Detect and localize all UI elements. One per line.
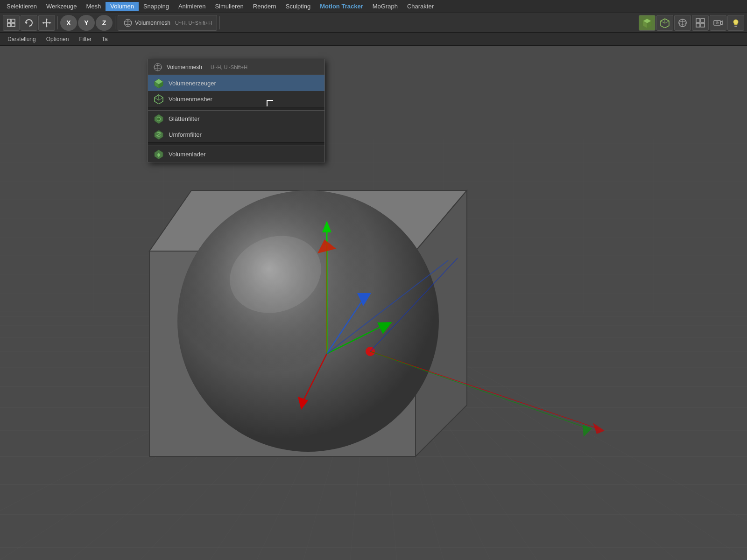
menu-item-motion-tracker[interactable]: Motion Tracker <box>315 2 367 11</box>
scene-svg <box>0 46 747 560</box>
menu-item-volumen[interactable]: Volumen <box>106 2 139 11</box>
svg-point-119 <box>157 117 161 121</box>
svg-marker-8 <box>46 26 48 28</box>
menubar: Selektieren Werkzeuge Mesh Volumen Snapp… <box>0 0 747 13</box>
tool-btn-refresh[interactable] <box>21 15 37 31</box>
dropdown-item-glaettenfilter[interactable]: Glättenfilter <box>148 111 324 126</box>
dropdown-item-volumenlader[interactable]: Volumenlader <box>148 146 324 162</box>
svg-rect-0 <box>7 19 11 22</box>
menu-item-mograph[interactable]: MoGraph <box>368 2 402 11</box>
tool-btn-light[interactable] <box>727 15 744 31</box>
tool-btn-y[interactable]: Y <box>78 15 95 31</box>
dropdown-item-label-volumenerzeuger: Volumenerzeuger <box>169 80 216 87</box>
svg-rect-34 <box>734 26 737 27</box>
svg-rect-28 <box>701 23 705 27</box>
tool-btn-z[interactable]: Z <box>96 15 113 31</box>
vol-mesh-label: Volumenmesh <box>135 20 170 26</box>
dropdown-item-label-glaettenfilter: Glättenfilter <box>169 115 199 122</box>
dropdown-item-volumenmesher[interactable]: Volumenmesher <box>148 91 324 107</box>
dropdown-item-umformfilter[interactable]: Umformfilter <box>148 126 324 142</box>
tool-btn-grid[interactable] <box>3 15 20 31</box>
dropdown-item-label-volumenmesher: Volumenmesher <box>169 96 212 103</box>
svg-line-117 <box>159 98 163 100</box>
menu-item-simulieren[interactable]: Simulieren <box>210 2 248 11</box>
svg-line-21 <box>665 21 669 23</box>
svg-marker-9 <box>42 22 44 24</box>
mode-filter[interactable]: Filter <box>74 35 96 43</box>
dropdown-header-label: Volumenmesh <box>167 64 202 70</box>
mode-optionen[interactable]: Optionen <box>42 35 74 43</box>
viewport: Volumenmesh U~H, U~Shift+H Volumenerzeug… <box>0 46 747 560</box>
menu-item-selektieren[interactable]: Selektieren <box>2 2 42 11</box>
modebar: Darstellung Optionen Filter Ta <box>0 33 747 46</box>
menu-item-mesh[interactable]: Mesh <box>82 2 106 11</box>
svg-marker-10 <box>49 22 51 24</box>
menu-item-werkzeuge[interactable]: Werkzeuge <box>42 2 82 11</box>
svg-line-20 <box>661 21 665 23</box>
tool-btn-grid-layout[interactable] <box>692 15 709 31</box>
svg-rect-25 <box>696 19 700 22</box>
dropdown-header-shortcut: U~H, U~Shift+H <box>211 64 247 70</box>
dropdown-separator-2 <box>148 142 324 146</box>
toolbar-separator-2 <box>115 16 115 29</box>
svg-point-88 <box>177 190 439 452</box>
svg-marker-30 <box>720 21 722 25</box>
menu-item-snapping[interactable]: Snapping <box>139 2 174 11</box>
menu-item-charakter[interactable]: Charakter <box>402 2 438 11</box>
mode-ta[interactable]: Ta <box>97 35 113 43</box>
toolbar: X Y Z Volumenmesh U~H, U~Shift+H <box>0 13 747 33</box>
tool-btn-cube-solid[interactable] <box>639 15 655 31</box>
tool-btn-x[interactable]: X <box>60 15 77 31</box>
vol-mesh-button[interactable]: Volumenmesh U~H, U~Shift+H <box>118 15 217 31</box>
svg-marker-4 <box>26 21 28 24</box>
menu-item-rendern[interactable]: Rendern <box>248 2 281 11</box>
svg-rect-1 <box>12 19 15 22</box>
svg-marker-7 <box>46 18 48 20</box>
dropdown-header: Volumenmesh U~H, U~Shift+H <box>148 59 324 75</box>
dropdown-separator-1 <box>148 107 324 111</box>
dropdown-item-label-volumenlader: Volumenlader <box>169 151 206 158</box>
toolbar-separator-1 <box>57 16 58 29</box>
mode-darstellung[interactable]: Darstellung <box>3 35 41 43</box>
dropdown-menu: Volumenmesh U~H, U~Shift+H Volumenerzeug… <box>148 59 325 162</box>
tool-btn-camera[interactable] <box>710 15 726 31</box>
tool-btn-sphere[interactable] <box>674 15 691 31</box>
svg-rect-26 <box>701 19 705 22</box>
svg-point-33 <box>733 20 738 24</box>
svg-rect-3 <box>12 23 15 27</box>
tool-btn-move[interactable] <box>38 15 55 31</box>
dropdown-item-volumenerzeuger[interactable]: Volumenerzeuger <box>148 75 324 91</box>
svg-line-116 <box>155 98 159 100</box>
svg-point-32 <box>717 22 718 23</box>
svg-rect-27 <box>696 23 700 27</box>
menu-item-animieren[interactable]: Animieren <box>174 2 211 11</box>
vol-mesh-shortcut: U~H, U~Shift+H <box>175 20 212 26</box>
dropdown-item-label-umformfilter: Umformfilter <box>169 131 202 138</box>
toolbar-separator-3 <box>219 16 220 29</box>
tool-btn-cube-outline[interactable] <box>656 15 673 31</box>
menu-item-sculpting[interactable]: Sculpting <box>281 2 315 11</box>
svg-rect-2 <box>7 23 11 27</box>
